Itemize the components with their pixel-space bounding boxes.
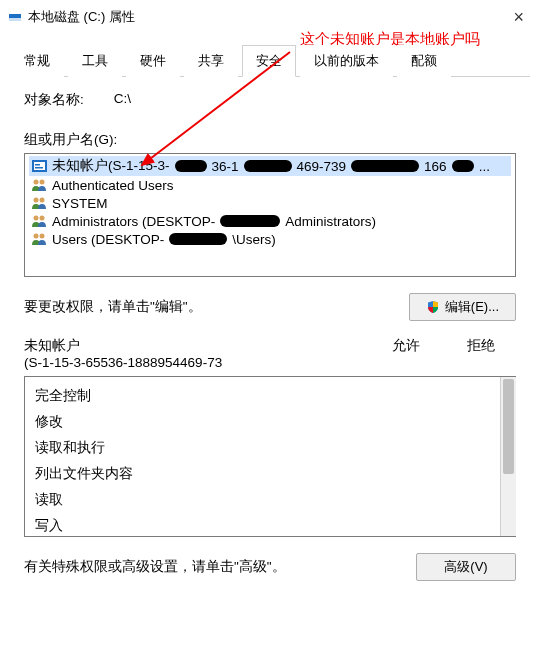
tab-content: 对象名称: C:\ 组或用户名(G): 未知帐户(S-1-15-3- 36-1 … — [0, 77, 540, 591]
permission-item: 读取 — [35, 487, 506, 513]
svg-rect-5 — [35, 164, 40, 166]
redaction — [175, 160, 207, 172]
close-button[interactable]: × — [507, 7, 530, 28]
advanced-button[interactable]: 高级(V) — [416, 553, 516, 581]
permissions-listbox[interactable]: 完全控制 修改 读取和执行 列出文件夹内容 读取 写入 — [24, 376, 516, 537]
tab-tools[interactable]: 工具 — [68, 45, 122, 77]
svg-point-14 — [40, 234, 45, 239]
principal-unknown-account[interactable]: 未知帐户(S-1-15-3- 36-1 469-739 166 ... — [29, 156, 511, 176]
permission-item: 读取和执行 — [35, 435, 506, 461]
tab-general[interactable]: 常规 — [10, 45, 64, 77]
advanced-hint: 有关特殊权限或高级设置，请单击"高级"。 — [24, 558, 286, 576]
title-bar: 本地磁盘 (C:) 属性 × — [0, 0, 540, 34]
principal-administrators[interactable]: Administrators (DESKTOP- Administrators) — [29, 212, 511, 230]
users-icon — [31, 231, 47, 247]
list-item-label: 36-1 — [212, 159, 239, 174]
svg-rect-6 — [35, 167, 43, 169]
tab-sharing[interactable]: 共享 — [184, 45, 238, 77]
redaction — [220, 215, 280, 227]
redaction — [351, 160, 419, 172]
sid-icon — [31, 158, 47, 174]
permission-item: 写入 — [35, 513, 506, 539]
users-icon — [31, 213, 47, 229]
tab-hardware[interactable]: 硬件 — [126, 45, 180, 77]
object-name-label: 对象名称: — [24, 91, 84, 109]
list-item-label: 469-739 — [297, 159, 347, 174]
permission-item: 修改 — [35, 409, 506, 435]
svg-rect-4 — [34, 162, 45, 170]
list-item-label: SYSTEM — [52, 196, 108, 211]
list-item-label: 166 — [424, 159, 447, 174]
list-item-label: Users (DESKTOP- — [52, 232, 164, 247]
principal-users[interactable]: Users (DESKTOP- \Users) — [29, 230, 511, 248]
edit-button-label: 编辑(E)... — [445, 298, 499, 316]
svg-point-7 — [34, 180, 39, 185]
selected-principal-sid: (S-1-15-3-65536-1888954469-73 — [24, 355, 366, 370]
svg-point-9 — [34, 198, 39, 203]
redaction — [169, 233, 227, 245]
object-name-row: 对象名称: C:\ — [24, 91, 516, 109]
advanced-button-label: 高级(V) — [444, 558, 487, 576]
principal-authenticated-users[interactable]: Authenticated Users — [29, 176, 511, 194]
tab-previous-versions[interactable]: 以前的版本 — [300, 45, 393, 77]
redaction — [244, 160, 292, 172]
allow-column-header: 允许 — [366, 337, 446, 370]
list-item-label: ... — [479, 159, 490, 174]
scrollbar-thumb[interactable] — [503, 379, 514, 474]
permissions-for-label: 未知帐户 (S-1-15-3-65536-1888954469-73 — [24, 337, 366, 370]
tab-quota[interactable]: 配额 — [397, 45, 451, 77]
list-item-label: Administrators (DESKTOP- — [52, 214, 215, 229]
principals-listbox[interactable]: 未知帐户(S-1-15-3- 36-1 469-739 166 ... Auth… — [24, 153, 516, 277]
title-left: 本地磁盘 (C:) 属性 — [8, 8, 135, 26]
object-name-value: C:\ — [114, 91, 131, 109]
selected-principal-name: 未知帐户 — [24, 337, 366, 355]
users-icon — [31, 195, 47, 211]
list-item-label: \Users) — [232, 232, 276, 247]
deny-column-header: 拒绝 — [446, 337, 516, 370]
shield-icon — [426, 300, 440, 314]
svg-point-13 — [34, 234, 39, 239]
drive-icon — [8, 10, 22, 24]
edit-hint: 要更改权限，请单击"编辑"。 — [24, 298, 202, 316]
permission-item: 列出文件夹内容 — [35, 461, 506, 487]
list-item-label: Administrators) — [285, 214, 376, 229]
users-icon — [31, 177, 47, 193]
scrollbar[interactable] — [500, 377, 516, 536]
svg-point-11 — [34, 216, 39, 221]
group-or-users-label: 组或用户名(G): — [24, 131, 516, 149]
redaction — [452, 160, 474, 172]
principal-system[interactable]: SYSTEM — [29, 194, 511, 212]
svg-point-8 — [40, 180, 45, 185]
window-title: 本地磁盘 (C:) 属性 — [28, 8, 135, 26]
svg-point-10 — [40, 198, 45, 203]
edit-button[interactable]: 编辑(E)... — [409, 293, 516, 321]
svg-point-12 — [40, 216, 45, 221]
permission-item: 完全控制 — [35, 383, 506, 409]
list-item-label: Authenticated Users — [52, 178, 174, 193]
tab-security[interactable]: 安全 — [242, 45, 296, 77]
list-item-label: 未知帐户(S-1-15-3- — [52, 157, 170, 175]
svg-rect-1 — [9, 18, 21, 21]
